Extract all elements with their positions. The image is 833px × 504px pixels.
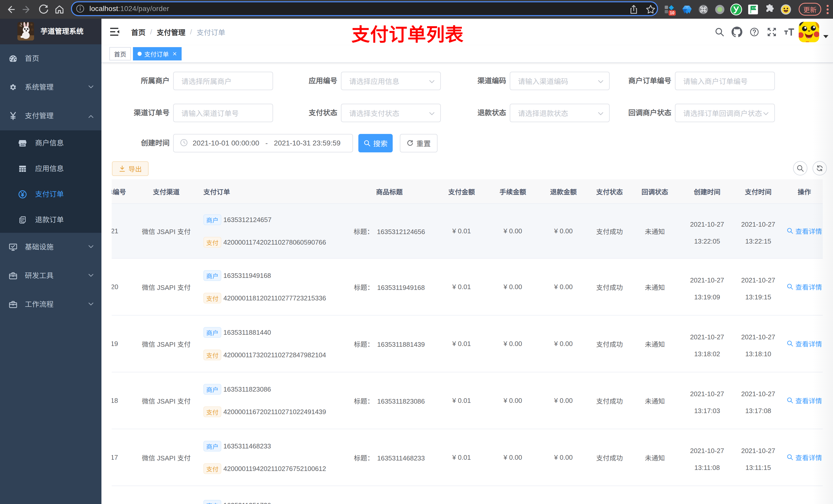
refresh-button[interactable] bbox=[812, 161, 827, 175]
sidebar-item-9[interactable]: 工作流程 bbox=[0, 290, 101, 319]
fullscreen-icon[interactable] bbox=[763, 19, 781, 45]
cell-refund: ¥ 0.00 bbox=[534, 372, 592, 429]
puzzle-icon[interactable] bbox=[762, 0, 777, 19]
top-navbar: 首页 / 支付管理 / 支付订单 支付订单列表 bbox=[101, 19, 833, 45]
url-text[interactable]: localhost:1024/pay/order bbox=[89, 5, 169, 13]
filter-input[interactable]: 请输入商户订单编号 bbox=[675, 72, 775, 90]
gear-icon bbox=[9, 83, 18, 92]
star-icon[interactable] bbox=[643, 0, 658, 19]
info-icon[interactable] bbox=[75, 4, 85, 14]
search-icon[interactable] bbox=[711, 19, 728, 45]
magnifier-icon bbox=[796, 164, 804, 172]
sidebar-item-label: 研发工具 bbox=[25, 262, 53, 290]
case-icon bbox=[9, 300, 18, 309]
dashboard-icon bbox=[9, 54, 18, 63]
cell-channel: 微信 JSAPI 支付 bbox=[134, 429, 198, 486]
home-icon[interactable] bbox=[52, 0, 67, 19]
breadcrumb-home[interactable]: 首页 bbox=[131, 27, 145, 37]
update-button[interactable]: 更新 bbox=[799, 3, 821, 16]
col-header-5: 手续金额 bbox=[491, 179, 534, 203]
filter-select[interactable]: 请选择订单回调商户状态 bbox=[675, 104, 775, 122]
view-detail-link[interactable]: 查看详情 bbox=[787, 282, 822, 291]
avatar[interactable] bbox=[799, 22, 819, 42]
view-detail-link[interactable]: 查看详情 bbox=[787, 453, 822, 462]
cell-amount: ¥ 0.01 bbox=[432, 315, 491, 372]
tag-home[interactable]: 首页 bbox=[110, 47, 131, 61]
yencircle-icon bbox=[18, 190, 27, 199]
tag-close-icon[interactable] bbox=[172, 51, 177, 56]
filter-select[interactable]: 请选择退款状态 bbox=[510, 104, 610, 122]
date-range-picker[interactable]: 2021-10-01 00:00:00 - 2021-10-31 23:59:5… bbox=[173, 134, 353, 152]
search-button[interactable]: 搜索 bbox=[358, 134, 393, 152]
cell-fee bbox=[491, 486, 534, 504]
view-detail-link[interactable]: 查看详情 bbox=[787, 339, 822, 348]
caret-down-icon[interactable] bbox=[823, 35, 828, 41]
sidebar-item-0[interactable]: 首页 bbox=[0, 44, 101, 73]
sidebar-subitem-3[interactable]: 商户信息 bbox=[0, 130, 101, 156]
sidebar-subitem-4[interactable]: 应用信息 bbox=[0, 156, 101, 182]
filter-select[interactable]: 请选择应用信息 bbox=[341, 72, 441, 90]
ext-gem-icon[interactable] bbox=[680, 0, 694, 19]
github-icon[interactable] bbox=[728, 19, 746, 45]
sidebar-item-2[interactable]: 支付管理 bbox=[0, 102, 101, 130]
cell-action bbox=[785, 486, 823, 504]
export-button[interactable]: 导出 bbox=[112, 161, 148, 176]
help-icon[interactable] bbox=[746, 19, 763, 45]
table-row-0: 121微信 JSAPI 支付商户1635312124657支付420000117… bbox=[112, 203, 823, 258]
ext-collab-icon[interactable]: 10 bbox=[662, 0, 676, 19]
cell-amount: ¥ 0.01 bbox=[432, 429, 491, 486]
cell-amount bbox=[432, 486, 491, 504]
sidebar-logo[interactable]: 芋道管理系统 bbox=[0, 19, 101, 44]
cell-order-no: 商户1635311351736-- bbox=[198, 486, 347, 504]
sidebar-item-7[interactable]: 基础设施 bbox=[0, 233, 101, 262]
cell-id: 117 bbox=[112, 429, 134, 486]
logo-image bbox=[18, 22, 34, 41]
tag-dot bbox=[138, 52, 142, 56]
url-bar[interactable]: localhost:1024/pay/order bbox=[71, 1, 658, 16]
view-detail-link[interactable]: 查看详情 bbox=[787, 226, 822, 236]
date-start-value[interactable]: 2021-10-01 00:00:00 bbox=[193, 139, 259, 147]
breadcrumb-current: 支付订单 bbox=[197, 27, 225, 37]
breadcrumb-pay[interactable]: 支付管理 bbox=[157, 27, 186, 37]
cell-fee: ¥ 0.00 bbox=[491, 315, 534, 372]
sidebar-subitem-5[interactable]: 支付订单 bbox=[0, 182, 101, 207]
reset-button[interactable]: 重置 bbox=[400, 134, 437, 152]
filter-input[interactable]: 请输入渠道订单号 bbox=[173, 104, 273, 122]
ext-flag-icon[interactable] bbox=[746, 0, 760, 19]
filter-input[interactable]: 请选择所属商户 bbox=[173, 72, 273, 90]
filter-label: 所属商户 bbox=[103, 72, 170, 90]
filter-select[interactable]: 请输入渠道编码 bbox=[510, 72, 610, 90]
sidebar-item-label: 支付订单 bbox=[35, 182, 64, 207]
cell-id: 119 bbox=[112, 315, 134, 372]
sidebar-item-label: 工作流程 bbox=[25, 290, 53, 319]
view-detail-link[interactable]: 查看详情 bbox=[787, 396, 822, 405]
sidebar-item-1[interactable]: 系统管理 bbox=[0, 73, 101, 102]
magnifier-icon bbox=[787, 340, 793, 347]
share-icon[interactable] bbox=[626, 0, 641, 19]
ext-greendot-icon[interactable] bbox=[713, 0, 727, 19]
forward-icon[interactable] bbox=[20, 0, 34, 19]
back-icon[interactable] bbox=[3, 0, 18, 19]
toggle-search-button[interactable] bbox=[793, 161, 807, 175]
sidebar-item-8[interactable]: 研发工具 bbox=[0, 262, 101, 290]
fontsize-icon[interactable] bbox=[781, 19, 798, 45]
emoji-icon[interactable] bbox=[779, 0, 793, 19]
sidebar-subitem-6[interactable]: 退款订单 bbox=[0, 207, 101, 233]
chevron-down-icon bbox=[763, 111, 769, 118]
filter-select[interactable]: 请选择支付状态 bbox=[341, 104, 441, 122]
tag-pay-order[interactable]: 支付订单 bbox=[133, 47, 182, 61]
cell-id: 118 bbox=[112, 372, 134, 429]
kebab-icon[interactable] bbox=[826, 4, 829, 15]
col-header-4: 支付金额 bbox=[432, 179, 491, 203]
col-header-6: 退款金额 bbox=[534, 179, 592, 203]
ext-y-icon[interactable] bbox=[729, 0, 743, 19]
reload-icon[interactable] bbox=[37, 0, 51, 19]
ext-command-icon[interactable] bbox=[696, 0, 711, 19]
cell-order-no: 商户1635311949168支付42000011812021102777232… bbox=[198, 258, 347, 315]
hamburger-icon[interactable] bbox=[110, 27, 119, 36]
filter-label: 渠道编码 bbox=[439, 72, 506, 90]
page-annotation: 支付订单列表 bbox=[352, 20, 463, 46]
cell-channel: 微信 JSAPI 支付 bbox=[134, 315, 198, 372]
cell-order-no: 商户1635311468233支付42000011942021102767521… bbox=[198, 429, 347, 486]
date-end-value[interactable]: 2021-10-31 23:59:59 bbox=[274, 139, 340, 147]
